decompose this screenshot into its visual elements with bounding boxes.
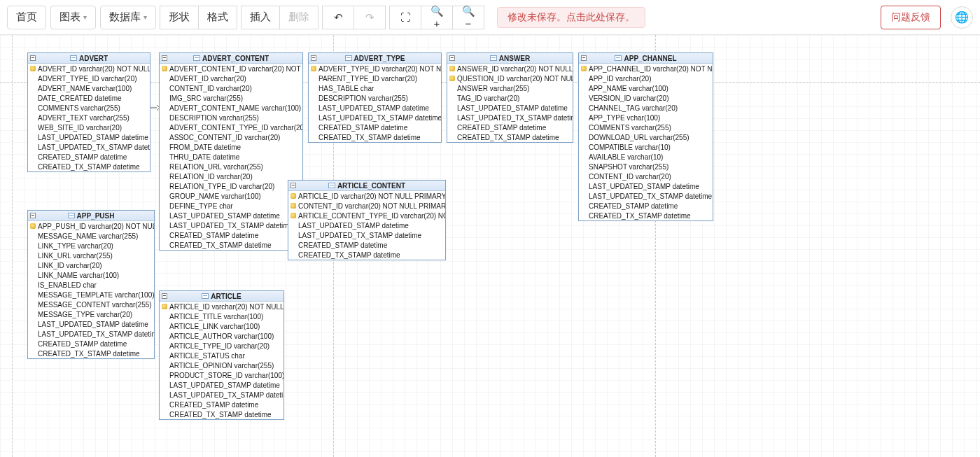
table-column[interactable]: CHANNEL_TAG varchar(20) bbox=[579, 103, 713, 113]
collapse-icon[interactable]: − bbox=[290, 183, 296, 188]
shape-button[interactable]: 形状 bbox=[160, 6, 199, 29]
unsaved-banner[interactable]: 修改未保存。点击此处保存。 bbox=[497, 7, 645, 28]
collapse-icon[interactable]: − bbox=[449, 55, 455, 61]
table-column[interactable]: LAST_UPDATED_STAMP datetime bbox=[160, 211, 302, 220]
db-table-app_push[interactable]: −APP_PUSHAPP_PUSH_ID varchar(20) NOT NUL… bbox=[27, 210, 155, 359]
table-column[interactable]: CREATED_STAMP datetime bbox=[28, 152, 150, 162]
home-button[interactable]: 首页 bbox=[7, 6, 46, 29]
table-header[interactable]: −ARTICLE_CONTENT bbox=[288, 181, 445, 191]
collapse-icon[interactable]: − bbox=[162, 55, 167, 61]
zoom-in-button[interactable]: 🔍+ bbox=[421, 6, 453, 29]
table-column[interactable]: CREATED_TX_STAMP datetime bbox=[28, 349, 154, 358]
table-column[interactable]: CREATED_TX_STAMP datetime bbox=[160, 240, 302, 250]
table-column[interactable]: THRU_DATE datetime bbox=[160, 152, 302, 162]
table-column[interactable]: CREATED_TX_STAMP datetime bbox=[579, 211, 713, 220]
db-table-article[interactable]: −ARTICLEARTICLE_ID varchar(20) NOT NULL … bbox=[159, 290, 284, 420]
table-column[interactable]: MESSAGE_TEMPLATE varchar(100) bbox=[28, 290, 154, 300]
table-column[interactable]: CREATED_STAMP datetime bbox=[160, 230, 302, 240]
collapse-icon[interactable]: − bbox=[311, 55, 316, 61]
insert-button[interactable]: 插入 bbox=[241, 6, 280, 29]
table-column[interactable]: CONTENT_ID varchar(20) bbox=[579, 171, 713, 181]
table-column[interactable]: MESSAGE_TYPE varchar(20) bbox=[28, 309, 154, 319]
table-column[interactable]: LAST_UPDATED_STAMP datetime bbox=[160, 380, 284, 390]
zoom-out-button[interactable]: 🔍− bbox=[452, 6, 484, 29]
table-column[interactable]: LINK_NAME varchar(100) bbox=[28, 270, 154, 280]
table-column[interactable]: LAST_UPDATED_STAMP datetime bbox=[447, 103, 573, 113]
table-column[interactable]: LAST_UPDATED_TX_STAMP datetime bbox=[28, 329, 154, 339]
table-column[interactable]: MESSAGE_NAME varchar(255) bbox=[28, 231, 154, 241]
table-column[interactable]: APP_TYPE vchar(100) bbox=[579, 113, 713, 122]
db-table-advert_type[interactable]: −ADVERT_TYPEADVERT_TYPE_ID varchar(20) N… bbox=[308, 52, 442, 143]
table-column[interactable]: ADVERT_CONTENT_NAME varchar(100) bbox=[160, 103, 302, 113]
format-button[interactable]: 格式 bbox=[198, 6, 237, 29]
table-column[interactable]: LAST_UPDATED_STAMP datetime bbox=[309, 103, 441, 113]
table-column[interactable]: ADVERT_TYPE_ID varchar(20) NOT NULL PRIM… bbox=[309, 64, 441, 73]
table-column[interactable]: HAS_TABLE char bbox=[309, 83, 441, 93]
table-column[interactable]: APP_NAME varchar(100) bbox=[579, 83, 713, 93]
table-column[interactable]: DESCRIPTION varchar(255) bbox=[160, 113, 302, 122]
table-column[interactable]: ARTICLE_AUTHOR varchar(100) bbox=[160, 331, 284, 341]
database-dropdown[interactable]: 数据库▾ bbox=[100, 6, 156, 29]
table-column[interactable]: IMG_SRC varchar(255) bbox=[160, 93, 302, 103]
table-column[interactable]: CREATED_STAMP datetime bbox=[288, 240, 445, 250]
undo-button[interactable]: ↶ bbox=[322, 6, 354, 29]
db-table-advert_content[interactable]: −ADVERT_CONTENTADVERT_CONTENT_ID varchar… bbox=[159, 52, 303, 251]
table-column[interactable]: LAST_UPDATED_TX_STAMP datetime bbox=[160, 390, 284, 400]
table-column[interactable]: ADVERT_TYPE_ID varchar(20) bbox=[28, 73, 150, 83]
table-column[interactable]: GROUP_NAME varchar(100) bbox=[160, 191, 302, 201]
table-column[interactable]: IS_ENABLED char bbox=[28, 280, 154, 290]
table-column[interactable]: DOWNLOAD_URL varchar(255) bbox=[579, 132, 713, 142]
table-column[interactable]: RELATION_ID varchar(20) bbox=[160, 171, 302, 181]
table-column[interactable]: CREATED_STAMP datetime bbox=[309, 122, 441, 132]
table-column[interactable]: CREATED_STAMP datetime bbox=[160, 400, 284, 409]
table-column[interactable]: AVAILABLE varchar(10) bbox=[579, 152, 713, 162]
collapse-icon[interactable]: − bbox=[162, 293, 167, 299]
table-column[interactable]: LAST_UPDATED_STAMP datetime bbox=[28, 132, 150, 142]
collapse-icon[interactable]: − bbox=[30, 55, 36, 61]
table-column[interactable]: ADVERT_NAME varchar(100) bbox=[28, 83, 150, 93]
table-column[interactable]: LAST_UPDATED_STAMP datetime bbox=[579, 181, 713, 191]
table-header[interactable]: −ADVERT bbox=[28, 53, 150, 64]
db-table-app_channel[interactable]: −APP_CHANNELAPP_CHANNEL_ID varchar(20) N… bbox=[578, 52, 713, 221]
table-column[interactable]: ADVERT_CONTENT_ID varchar(20) NOT NULL P… bbox=[160, 64, 302, 73]
table-column[interactable]: DATE_CREATED datetime bbox=[28, 93, 150, 103]
table-column[interactable]: FROM_DATE datetime bbox=[160, 142, 302, 152]
table-column[interactable]: ARTICLE_TYPE_ID varchar(20) bbox=[160, 341, 284, 351]
table-column[interactable]: LAST_UPDATED_TX_STAMP datetime bbox=[288, 230, 445, 240]
table-header[interactable]: −ARTICLE bbox=[160, 291, 284, 302]
db-table-answer[interactable]: −ANSWERANSWER_ID varchar(20) NOT NULL PR… bbox=[447, 52, 573, 143]
table-column[interactable]: CONTENT_ID varchar(20) bbox=[160, 83, 302, 93]
table-column[interactable]: ARTICLE_ID varchar(20) NOT NULL PRIMARY … bbox=[288, 191, 445, 201]
table-column[interactable]: CREATED_STAMP datetime bbox=[28, 339, 154, 349]
table-column[interactable]: ARTICLE_LINK varchar(100) bbox=[160, 321, 284, 331]
table-header[interactable]: −ADVERT_TYPE bbox=[309, 53, 441, 64]
table-column[interactable]: ARTICLE_ID varchar(20) NOT NULL PRIMARY … bbox=[160, 302, 284, 311]
redo-button[interactable]: ↷ bbox=[354, 6, 386, 29]
table-column[interactable]: LAST_UPDATED_STAMP datetime bbox=[288, 220, 445, 230]
table-column[interactable]: ARTICLE_TITLE varchar(100) bbox=[160, 311, 284, 321]
table-header[interactable]: −APP_CHANNEL bbox=[579, 53, 713, 64]
table-column[interactable]: APP_PUSH_ID varchar(20) NOT NULL PRIMARY… bbox=[28, 221, 154, 231]
table-column[interactable]: LINK_TYPE varchar(20) bbox=[28, 241, 154, 251]
table-column[interactable]: ARTICLE_OPINION varchar(255) bbox=[160, 360, 284, 370]
globe-icon[interactable]: 🌐 bbox=[951, 6, 973, 29]
table-column[interactable]: ANSWER varchar(255) bbox=[447, 83, 573, 93]
table-column[interactable]: CREATED_TX_STAMP datetime bbox=[288, 250, 445, 260]
table-column[interactable]: CREATED_TX_STAMP datetime bbox=[309, 132, 441, 142]
table-column[interactable]: CONTENT_ID varchar(20) NOT NULL PRIMARY … bbox=[288, 201, 445, 211]
table-column[interactable]: APP_ID varchar(20) bbox=[579, 73, 713, 83]
table-column[interactable]: VERSION_ID varchar(20) bbox=[579, 93, 713, 103]
table-column[interactable]: ARTICLE_CONTENT_TYPE_ID varchar(20) NOT … bbox=[288, 211, 445, 220]
table-column[interactable]: ASSOC_CONTENT_ID varchar(20) bbox=[160, 132, 302, 142]
table-column[interactable]: RELATION_TYPE_ID varchar(20) bbox=[160, 181, 302, 191]
table-column[interactable]: LAST_UPDATED_TX_STAMP datetime bbox=[309, 113, 441, 122]
delete-button[interactable]: 删除 bbox=[279, 6, 318, 29]
table-header[interactable]: −ANSWER bbox=[447, 53, 573, 64]
table-header[interactable]: −APP_PUSH bbox=[28, 211, 154, 221]
table-column[interactable]: ADVERT_TEXT varchar(255) bbox=[28, 113, 150, 122]
table-column[interactable]: COMMENTS varchar(255) bbox=[28, 103, 150, 113]
table-header[interactable]: −ADVERT_CONTENT bbox=[160, 53, 302, 64]
table-column[interactable]: LAST_UPDATED_TX_STAMP datetime bbox=[160, 220, 302, 230]
table-column[interactable]: CREATED_STAMP datetime bbox=[579, 201, 713, 211]
collapse-icon[interactable]: − bbox=[30, 213, 36, 218]
